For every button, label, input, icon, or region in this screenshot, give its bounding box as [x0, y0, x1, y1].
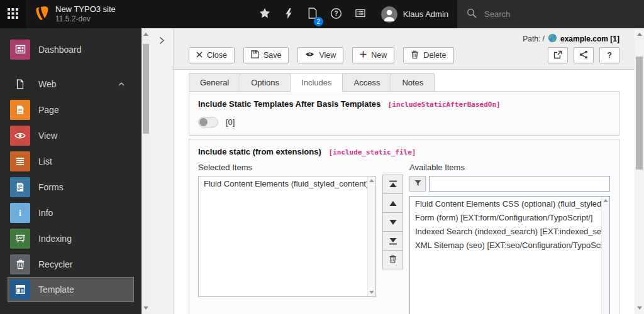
move-to-bottom-button[interactable] — [382, 231, 403, 251]
scroll-down-arrow[interactable] — [369, 291, 374, 294]
typo3-version: 11.5.2-dev — [55, 14, 116, 24]
docheader-help-button[interactable]: ? — [599, 47, 619, 63]
listbox-scrollbar[interactable] — [601, 197, 609, 314]
available-list-item[interactable]: Indexed Search (indexed_search) [EXT:ind… — [410, 224, 601, 238]
apps-grid-icon — [8, 8, 18, 21]
svg-text:i: i — [19, 208, 21, 218]
page-title: example.com [1] — [560, 35, 619, 43]
site-title: New TYPO3 site — [55, 4, 116, 14]
scroll-down-arrow[interactable] — [637, 306, 642, 310]
field-code: [includeStaticAfterBasedOn] — [388, 100, 501, 109]
scroll-up-arrow[interactable] — [369, 179, 374, 182]
delete-trash-icon — [411, 50, 419, 61]
filter-input[interactable] — [429, 176, 610, 192]
search-input[interactable] — [483, 9, 635, 19]
move-up-button[interactable] — [382, 193, 403, 213]
scroll-up-arrow[interactable] — [603, 199, 608, 202]
sidebar-item-view[interactable]: View — [0, 122, 142, 148]
tab-general[interactable]: General — [189, 73, 240, 92]
apps-grid-button[interactable] — [0, 0, 26, 28]
available-items-listbox[interactable]: Fluid Content Elements CSS (optional) (f… — [409, 196, 610, 314]
field-label: Include Static Templates After Basis Tem… — [198, 99, 380, 109]
docheader-buttons: Close Save — [189, 47, 619, 63]
delete-button[interactable]: Delete — [403, 47, 453, 63]
sidebar-item-template[interactable]: Template — [8, 277, 134, 302]
listbox-scrollbar[interactable] — [367, 176, 375, 296]
sidebar-item-dashboard[interactable]: Dashboard — [0, 36, 142, 62]
move-down-button[interactable] — [382, 212, 403, 232]
available-list-item[interactable]: XML Sitemap (seo) [EXT:seo/Configuration… — [410, 238, 601, 252]
view-button[interactable]: View — [297, 47, 343, 63]
opendocs-button[interactable]: 2 — [301, 0, 325, 28]
topbar: New TYPO3 site 11.5.2-dev 2 ? — [0, 0, 644, 28]
sidebar-group-label: Web — [38, 79, 57, 89]
sidebar-item-label: Info — [38, 208, 53, 218]
module-body: General Options Includes Access Notes In… — [174, 70, 635, 314]
bookmarks-button[interactable] — [253, 0, 277, 28]
chevron-up-icon — [118, 81, 125, 87]
toggle-value: [0] — [226, 117, 235, 127]
user-menu[interactable]: Klaus Admin — [372, 0, 457, 28]
tab-notes[interactable]: Notes — [391, 73, 435, 92]
content-scrollbar[interactable] — [635, 28, 644, 314]
bolt-icon — [284, 8, 293, 21]
pagetree-collapsed-strip — [150, 28, 174, 314]
section-static-after: Include Static Templates After Basis Tem… — [189, 91, 619, 136]
sidebar-item-recycler[interactable]: Recycler — [0, 251, 142, 277]
selected-list-item[interactable]: Fluid Content Elements (fluid_styled_con… — [199, 176, 367, 190]
module-menu-scrollbar[interactable] — [142, 28, 150, 314]
external-link-icon — [553, 50, 562, 61]
sidebar-group-web[interactable]: Web — [0, 71, 142, 97]
dashboard-icon — [10, 40, 30, 60]
tab-bar: General Options Includes Access Notes — [189, 73, 619, 92]
sidebar-item-label: Indexing — [38, 234, 72, 244]
toggle-switch[interactable] — [198, 117, 218, 127]
field-code: [include_static_file] — [328, 148, 416, 156]
avatar — [381, 6, 397, 23]
scrollbar-thumb[interactable] — [143, 44, 149, 134]
sidebar-item-label: List — [38, 156, 52, 166]
scrollbar-thumb[interactable] — [636, 57, 643, 170]
system-list-icon — [355, 8, 366, 21]
tab-access[interactable]: Access — [342, 73, 391, 92]
available-list-item[interactable]: Fluid Content Elements CSS (optional) (f… — [410, 197, 601, 210]
remove-item-button[interactable] — [382, 250, 403, 269]
save-icon — [251, 50, 259, 60]
sidebar-item-list[interactable]: List — [0, 148, 142, 174]
reorder-buttons — [382, 163, 403, 314]
expand-pagetree-button[interactable] — [157, 35, 166, 46]
field-label: Include static (from extensions) — [198, 147, 321, 156]
scroll-up-arrow[interactable] — [637, 33, 642, 36]
sidebar-item-page[interactable]: Page — [0, 97, 142, 122]
clear-cache-button[interactable] — [277, 0, 301, 28]
share-button[interactable] — [574, 47, 594, 63]
help-button[interactable]: ? — [325, 0, 348, 28]
save-button[interactable]: Save — [243, 47, 289, 63]
sidebar-item-label: Forms — [38, 182, 64, 192]
new-button[interactable]: New — [352, 47, 394, 63]
sidebar-item-label: Dashboard — [38, 45, 82, 55]
scroll-down-arrow[interactable] — [143, 306, 148, 310]
systeminformation-button[interactable] — [348, 0, 372, 28]
brand[interactable]: New TYPO3 site 11.5.2-dev — [26, 0, 139, 28]
trash-icon — [389, 254, 397, 266]
available-items-heading: Available Items — [409, 163, 610, 172]
module-menu: Dashboard Web — [0, 28, 142, 314]
tab-options[interactable]: Options — [240, 73, 291, 92]
move-to-top-button[interactable] — [382, 175, 403, 194]
available-list-item[interactable]: Form (form) [EXT:form/Configuration/Typo… — [410, 210, 601, 224]
selected-items-listbox[interactable]: Fluid Content Elements (fluid_styled_con… — [198, 176, 376, 297]
filter-funnel-icon — [414, 179, 421, 188]
search-bar — [457, 0, 644, 28]
close-icon — [196, 51, 203, 60]
sidebar-item-info[interactable]: i Info — [0, 200, 142, 225]
filter-button[interactable] — [409, 176, 426, 192]
sidebar-item-forms[interactable]: Forms — [0, 174, 142, 200]
sidebar-item-label: View — [38, 131, 57, 141]
scroll-up-arrow[interactable] — [143, 33, 148, 36]
tab-includes[interactable]: Includes — [290, 73, 343, 92]
close-button[interactable]: Close — [189, 47, 235, 63]
sidebar-item-indexing[interactable]: Indexing — [0, 225, 142, 251]
open-new-window-button[interactable] — [548, 47, 568, 63]
sidebar-item-label: Recycler — [38, 259, 72, 269]
